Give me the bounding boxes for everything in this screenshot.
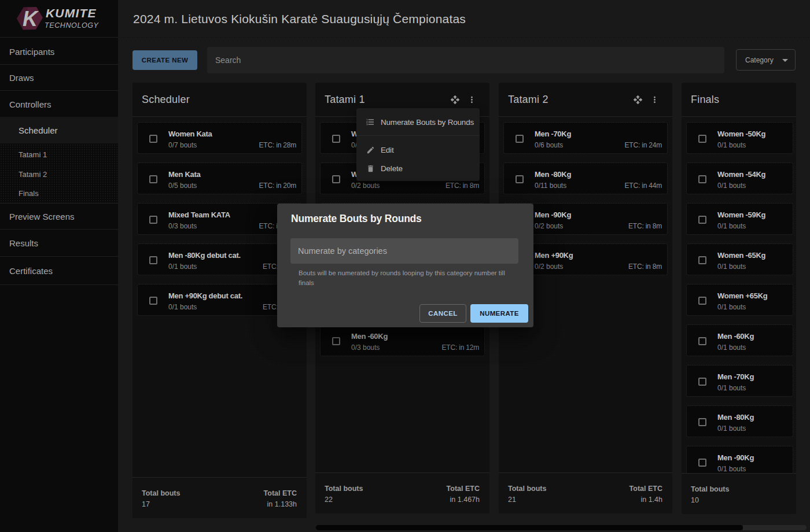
svg-text:TECHNOLOGY: TECHNOLOGY <box>45 21 100 29</box>
svg-text:K: K <box>23 7 39 31</box>
svg-text:KUMITE: KUMITE <box>46 6 97 20</box>
